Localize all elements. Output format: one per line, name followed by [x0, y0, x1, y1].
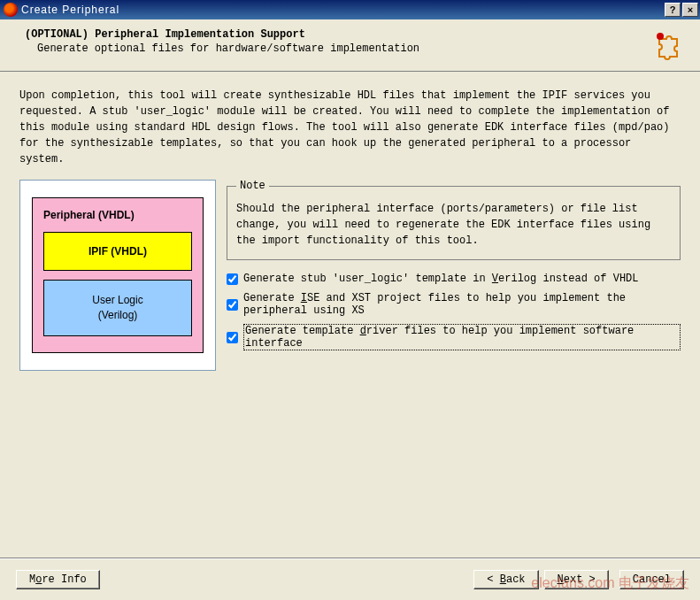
wizard-header: (OPTIONAL) Peripheral Implementation Sup… [0, 19, 700, 72]
diagram-ipif-label: IPIF (VHDL) [88, 245, 147, 258]
checkbox-ise-row: Generate ISE and XST project files to he… [227, 292, 681, 317]
diagram-peripheral: Peripheral (VHDL) IPIF (VHDL) User Logic… [32, 197, 204, 353]
header-subtitle: Generate optional files for hardware/sof… [37, 42, 652, 55]
checkbox-driver-row: Generate template driver files to help y… [227, 324, 681, 350]
checkbox-ise-label[interactable]: Generate ISE and XST project files to he… [243, 292, 681, 317]
wizard-body: (OPTIONAL) Peripheral Implementation Sup… [0, 19, 700, 600]
wizard-footer: More Info < Back Next > Cancel [0, 558, 700, 600]
window-title: Create Peripheral [21, 4, 663, 16]
options-column: Note Should the peripheral interface (po… [227, 180, 681, 371]
cancel-button[interactable]: Cancel [619, 570, 684, 589]
note-legend: Note [236, 180, 269, 192]
wizard-content: Upon completion, this tool will create s… [0, 72, 700, 558]
help-button[interactable]: ? [665, 3, 681, 17]
diagram-panel: Peripheral (VHDL) IPIF (VHDL) User Logic… [19, 180, 216, 371]
checkbox-verilog[interactable] [227, 273, 238, 285]
diagram-peripheral-label: Peripheral (VHDL) [40, 205, 196, 228]
checkbox-verilog-label[interactable]: Generate stub 'user_logic' template in V… [243, 273, 639, 285]
header-text: (OPTIONAL) Peripheral Implementation Sup… [25, 28, 652, 55]
note-text: Should the peripheral interface (ports/p… [236, 201, 671, 249]
app-icon [4, 3, 18, 17]
diagram-ipif: IPIF (VHDL) [43, 232, 192, 271]
close-button[interactable]: × [682, 3, 698, 17]
header-title: (OPTIONAL) Peripheral Implementation Sup… [25, 28, 652, 41]
diagram-user-logic: User Logic (Verilog) [43, 280, 192, 336]
puzzle-icon [652, 28, 684, 60]
checkbox-ise[interactable] [227, 299, 238, 311]
main-row: Peripheral (VHDL) IPIF (VHDL) User Logic… [19, 180, 681, 371]
more-info-button[interactable]: More Info [16, 570, 100, 589]
diagram-user-logic-line1: User Logic [92, 294, 142, 306]
svg-point-0 [657, 33, 664, 40]
diagram-user-logic-line2: (Verilog) [98, 309, 138, 321]
next-button[interactable]: Next > [544, 570, 609, 589]
checkbox-driver-label[interactable]: Generate template driver files to help y… [243, 324, 681, 350]
titlebar: Create Peripheral ? × [0, 0, 700, 19]
checkbox-driver[interactable] [227, 332, 238, 343]
checkbox-verilog-row: Generate stub 'user_logic' template in V… [227, 273, 681, 285]
note-box: Note Should the peripheral interface (po… [227, 180, 681, 260]
intro-text: Upon completion, this tool will create s… [19, 88, 681, 167]
back-button[interactable]: < Back [473, 570, 538, 589]
